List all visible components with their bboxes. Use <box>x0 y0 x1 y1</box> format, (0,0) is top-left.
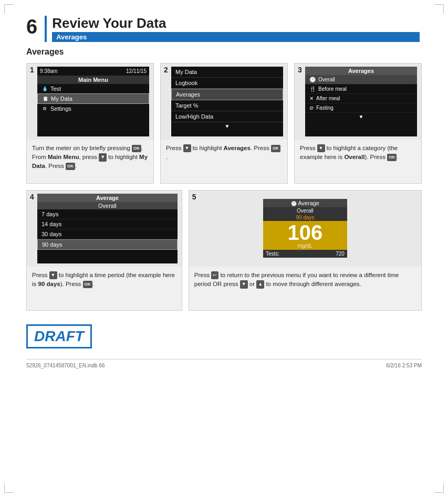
step-box-2: 2 My Data Logbook Averages Target % Low/… <box>160 63 288 184</box>
corner-mark-tl <box>4 4 14 14</box>
screen1-menu-title: Main Menu <box>37 76 149 84</box>
screen-1: 9:38am 12/11/15 Main Menu 💧 Test 📋 My Da… <box>27 64 153 140</box>
page-header: 6 Review Your Data Averages <box>26 16 422 42</box>
screen4-item-30days: 30 days <box>37 229 178 239</box>
screen-inner-3: Averages 🕐 Overall 🍴 Before meal ✕ After… <box>305 67 417 136</box>
step-number-3: 3 <box>298 66 302 74</box>
screen5-subheader2: 90 days <box>263 214 347 221</box>
screen2-arrow: ▼ <box>171 122 283 130</box>
step-box-5: 5 🕐 Average Overall 90 days 106 mg/dL Te… <box>189 190 422 311</box>
screen4-item-90days: 90 days <box>37 239 178 250</box>
ok-icon-4: OK <box>83 281 92 288</box>
screen5-tests-bar: Tests: 720 <box>263 250 347 258</box>
tests-label: Tests: <box>266 251 279 257</box>
screen-3: Averages 🕐 Overall 🍴 Before meal ✕ After… <box>295 64 421 140</box>
steps-row-1: 1 9:38am 12/11/15 Main Menu 💧 Test 📋 My … <box>26 63 422 184</box>
drop-icon: 💧 <box>41 86 48 92</box>
screen1-time: 9:38am <box>40 68 57 74</box>
screen3-item-after: ✕ After meal <box>305 94 417 103</box>
screen-inner-2: My Data Logbook Averages Target % Low/Hi… <box>171 67 283 136</box>
down-arrow-1: ▼ <box>99 153 107 162</box>
screen4-subheader: Overall <box>37 202 178 209</box>
corner-mark-tr <box>434 4 444 14</box>
clock-icon: 🕐 <box>309 77 316 82</box>
step-box-3: 3 Averages 🕐 Overall 🍴 Before meal ✕ Aft… <box>294 63 422 184</box>
ok-icon-3: OK <box>387 154 397 161</box>
screen2-item-mydata: My Data <box>171 67 283 78</box>
step-number-2: 2 <box>164 66 168 74</box>
screen-4: Average Overall 7 days 14 days 30 days 9… <box>27 191 182 267</box>
screen-inner-5: 🕐 Average Overall 90 days 106 mg/dL Test… <box>263 199 347 258</box>
screen-5-container: 🕐 Average Overall 90 days 106 mg/dL Test… <box>189 191 421 267</box>
screen3-before-label: Before meal <box>318 86 347 92</box>
screen4-item-14days: 14 days <box>37 219 178 229</box>
down-arrow-3: ▼ <box>317 144 325 153</box>
step3-desc: Press ▼ to highlight a category (the exa… <box>295 140 421 166</box>
step-number-4: 4 <box>30 193 34 201</box>
step-number-5: 5 <box>192 193 196 201</box>
screen3-item-fasting: ⊘ Fasting <box>305 103 417 113</box>
step2-desc: Press ▼ to highlight Averages. Press OK. <box>161 140 287 166</box>
screen2-item-averages: Averages <box>171 89 283 100</box>
footer-filename: 52926_07414587001_EN.indb 66 <box>26 363 105 368</box>
page-footer: 52926_07414587001_EN.indb 66 6/2/16 2:53… <box>26 359 422 368</box>
screen5-value-area: 106 mg/dL <box>263 221 347 250</box>
screen3-overall-label: Overall <box>318 77 335 82</box>
screen3-header: Averages <box>305 67 417 75</box>
screen5-header: 🕐 Average <box>263 199 347 207</box>
screen1-date: 12/11/15 <box>126 68 147 74</box>
screen5-unit: mg/dL <box>264 243 346 249</box>
footer-date: 6/2/16 2:53 PM <box>386 363 422 368</box>
gear-icon: ⚙ <box>41 105 48 112</box>
ok-icon-2: OK <box>271 145 280 152</box>
subtitle-bar: Averages <box>52 32 420 42</box>
no-icon: ⊘ <box>309 105 314 111</box>
screen1-item-test-label: Test <box>50 86 61 92</box>
step-box-4: 4 Average Overall 7 days 14 days 30 days… <box>26 190 182 311</box>
corner-mark-bl <box>4 483 14 493</box>
screen3-item-overall: 🕐 Overall <box>305 75 417 84</box>
book-icon: 📋 <box>42 96 48 102</box>
step-number-1: 1 <box>30 66 34 74</box>
screen-inner-1: 9:38am 12/11/15 Main Menu 💧 Test 📋 My Da… <box>37 67 149 136</box>
screen3-fasting-label: Fasting <box>316 105 334 111</box>
header-right: Review Your Data Averages <box>45 16 420 42</box>
draft-box: DRAFT <box>26 324 92 348</box>
draft-label: DRAFT <box>34 328 84 344</box>
x-icon: ✕ <box>309 96 314 101</box>
screen5-subheader1: Overall <box>263 207 347 214</box>
down-arrow-4: ▼ <box>49 271 57 280</box>
footer-row: DRAFT <box>26 319 422 348</box>
back-btn-5: ↩ <box>211 271 218 280</box>
screen2-item-logbook: Logbook <box>171 78 283 89</box>
screen1-topbar: 9:38am 12/11/15 <box>37 67 149 76</box>
page-wrapper: 6 Review Your Data Averages Averages 1 9… <box>0 0 448 497</box>
step-box-1: 1 9:38am 12/11/15 Main Menu 💧 Test 📋 My … <box>26 63 154 184</box>
down-arrow-5: ▼ <box>240 280 248 289</box>
screen2-item-lowhigh: Low/High Data <box>171 111 283 122</box>
screen3-item-before: 🍴 Before meal <box>305 84 417 94</box>
ok-icon-1b: OK <box>66 163 75 170</box>
tests-value: 720 <box>336 251 345 257</box>
screen1-item-settings-label: Settings <box>50 105 71 112</box>
page-title: Review Your Data <box>52 16 420 31</box>
step1-desc: Turn the meter on by briefly pressing OK… <box>27 140 153 175</box>
clock-icon-5: 🕐 <box>291 201 297 206</box>
corner-mark-br <box>434 483 444 493</box>
screen1-item-mydata: 📋 My Data <box>37 93 149 104</box>
step4-desc: Press ▼ to highlight a time period (the … <box>27 267 182 293</box>
screen3-after-label: After meal <box>316 96 340 101</box>
screen5-big-value: 106 <box>264 222 346 243</box>
fork-icon: 🍴 <box>309 86 316 92</box>
down-arrow-2: ▼ <box>183 144 191 153</box>
screen1-item-mydata-label: My Data <box>51 96 72 102</box>
screen2-item-target: Target % <box>171 100 283 111</box>
up-arrow-5: ▲ <box>256 280 264 289</box>
section-heading: Averages <box>26 47 422 57</box>
steps-row-2: 4 Average Overall 7 days 14 days 30 days… <box>26 190 422 311</box>
step5-desc: Press ↩ to return to the previous menu i… <box>189 267 421 293</box>
ok-icon-1: OK <box>132 145 141 152</box>
screen3-arrow: ▼ <box>305 113 417 121</box>
screen4-item-7days: 7 days <box>37 209 178 219</box>
chapter-number: 6 <box>26 16 37 42</box>
